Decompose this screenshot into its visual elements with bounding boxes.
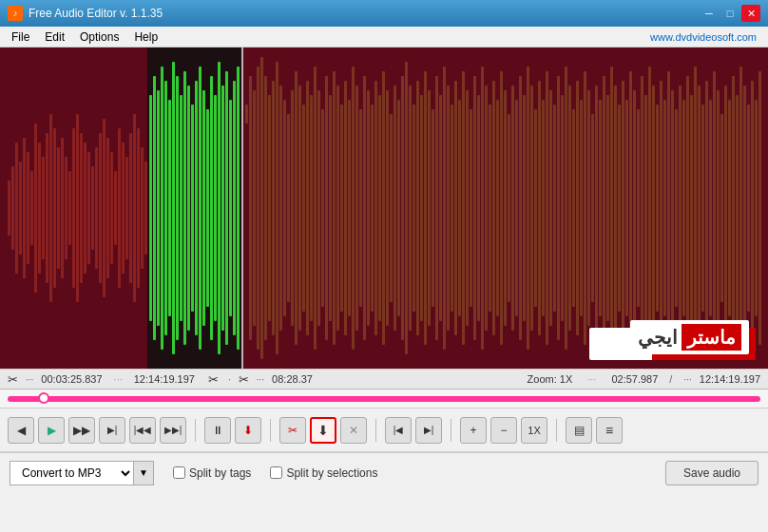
zoom-reset-button[interactable]: 1X [521, 417, 547, 444]
svg-rect-62 [237, 66, 240, 350]
menu-file[interactable]: File [4, 28, 37, 46]
svg-rect-173 [660, 81, 662, 335]
svg-rect-43 [164, 81, 167, 335]
svg-rect-190 [724, 86, 727, 331]
svg-rect-175 [667, 71, 670, 345]
svg-rect-71 [272, 81, 275, 335]
insert-marker-button[interactable]: ⬇ [310, 417, 336, 444]
svg-rect-124 [473, 76, 476, 340]
convert-arrow[interactable]: ▼ [133, 461, 154, 485]
split-selections-label[interactable]: Split by selections [286, 466, 377, 480]
svg-rect-96 [367, 90, 370, 326]
separator-3 [375, 419, 376, 442]
waveform-container[interactable]: ايجي ماستر [0, 48, 768, 369]
zoom-out-button[interactable]: − [490, 417, 517, 444]
svg-rect-164 [625, 100, 628, 316]
progress-handle[interactable] [38, 392, 49, 404]
zoom-label: Zoom: 1X [528, 373, 573, 385]
time-separator-1: ··· [114, 373, 123, 385]
next-marker-button[interactable]: ▶| [415, 417, 442, 444]
cut-button[interactable]: ✂ [279, 417, 306, 444]
svg-rect-82 [314, 66, 317, 350]
svg-rect-72 [276, 62, 278, 354]
svg-rect-125 [477, 95, 480, 321]
svg-rect-199 [758, 71, 761, 345]
close-button[interactable]: ✕ [741, 5, 760, 22]
title-controls: ─ □ ✕ [700, 5, 760, 22]
svg-rect-49 [187, 86, 190, 331]
svg-rect-136 [519, 76, 522, 340]
convert-select[interactable]: Convert to MP3 Convert to WAV Convert to… [10, 461, 133, 485]
maximize-button[interactable]: □ [720, 5, 739, 22]
svg-rect-166 [633, 90, 636, 326]
svg-rect-15 [57, 147, 60, 269]
progress-area[interactable] [0, 390, 768, 408]
menu-edit[interactable]: Edit [37, 28, 72, 46]
save-audio-button[interactable]: Save audio [665, 461, 758, 485]
svg-rect-195 [743, 86, 746, 331]
svg-rect-69 [264, 76, 267, 340]
split-tags-checkbox[interactable] [173, 466, 185, 479]
thumbnail-button[interactable]: ▤ [566, 417, 592, 444]
progress-track-right[interactable] [173, 396, 760, 402]
svg-rect-37 [141, 147, 144, 269]
forward-button[interactable]: ▶▶ [68, 417, 95, 444]
delete-button[interactable]: ✕ [340, 417, 367, 444]
svg-rect-184 [701, 104, 704, 312]
svg-rect-137 [523, 95, 526, 321]
equalizer-button[interactable]: ≡ [596, 417, 623, 444]
website-link[interactable]: www.dvdvideosoft.com [650, 31, 764, 43]
menu-options[interactable]: Options [72, 28, 126, 46]
menu-bar: File Edit Options Help www.dvdvideosoft.… [0, 27, 768, 48]
svg-rect-107 [409, 86, 412, 331]
pause-button[interactable]: ⏸ [204, 417, 231, 444]
svg-rect-189 [720, 114, 723, 302]
svg-rect-90 [344, 81, 347, 335]
svg-rect-131 [500, 71, 503, 345]
svg-rect-7 [27, 152, 29, 264]
svg-rect-182 [694, 66, 697, 350]
play-button[interactable]: ▶ [38, 417, 65, 444]
svg-rect-158 [603, 76, 605, 340]
svg-rect-168 [641, 76, 643, 340]
svg-rect-174 [663, 100, 666, 316]
svg-rect-85 [325, 76, 328, 340]
svg-rect-80 [306, 81, 309, 335]
app-title: Free Audio Editor v. 1.1.35 [29, 7, 163, 20]
svg-rect-66 [253, 90, 256, 326]
svg-rect-53 [202, 90, 205, 326]
menu-help[interactable]: Help [126, 28, 165, 46]
time-value-2: 12:14:19.197 [134, 373, 195, 385]
svg-rect-21 [80, 133, 83, 283]
prev-marker-button[interactable]: |◀ [385, 417, 412, 444]
skip-start-button[interactable]: |◀◀ [129, 417, 156, 444]
svg-rect-30 [114, 171, 117, 245]
svg-rect-102 [390, 114, 393, 302]
svg-rect-187 [713, 71, 716, 345]
svg-rect-103 [394, 86, 396, 331]
svg-rect-75 [287, 114, 290, 302]
fast-forward-button[interactable]: ▶| [99, 417, 125, 444]
svg-rect-12 [46, 133, 48, 283]
split-tags-label[interactable]: Split by tags [189, 466, 251, 480]
svg-rect-130 [496, 100, 499, 316]
svg-rect-9 [34, 124, 37, 293]
zoom-in-button[interactable]: + [460, 417, 487, 444]
skip-end-button[interactable]: ▶▶| [160, 417, 186, 444]
time-value-1: 00:03:25.837 [41, 373, 102, 385]
rewind-button[interactable]: ◀ [8, 417, 34, 444]
svg-rect-38 [144, 162, 147, 255]
split-selections-group: Split by selections [270, 466, 377, 480]
zoom-controls: + − 1X [460, 417, 547, 444]
svg-rect-97 [371, 104, 374, 312]
separator-4 [451, 419, 451, 442]
minimize-button[interactable]: ─ [700, 5, 719, 22]
record-button[interactable]: ⬇ [235, 417, 261, 444]
svg-rect-112 [428, 90, 431, 326]
svg-rect-159 [606, 95, 609, 321]
time-value-4: 02:57.987 [611, 373, 658, 385]
svg-rect-4 [15, 142, 18, 274]
separator-5 [556, 419, 557, 442]
svg-rect-87 [333, 71, 336, 345]
split-selections-checkbox[interactable] [270, 466, 282, 479]
